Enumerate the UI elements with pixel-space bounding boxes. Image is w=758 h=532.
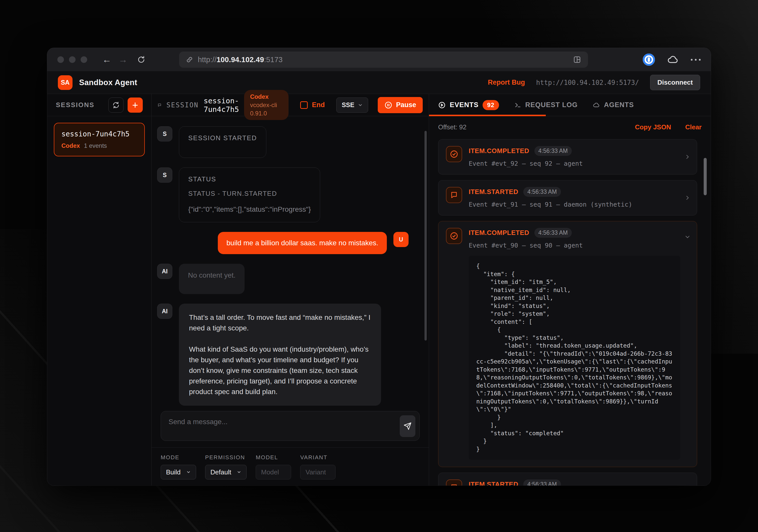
events-tabs: EVENTS 92 REQUEST LOG AGENTS [429, 94, 711, 116]
message-list[interactable]: S SESSION STARTED S STATUS STATUS - TURN… [152, 116, 429, 408]
pause-button[interactable]: Pause [378, 97, 423, 113]
transport-select[interactable]: SSE [336, 97, 368, 113]
chevron-down-icon [186, 470, 191, 474]
refresh-icon [112, 101, 120, 109]
events-panel: EVENTS 92 REQUEST LOG AGENTS [429, 94, 711, 485]
active-tab-indicator [429, 115, 546, 116]
app-title: Sandbox Agent [79, 78, 137, 87]
event-type: ITEM.COMPLETED [469, 229, 529, 237]
event-type: ITEM.COMPLETED [469, 147, 529, 155]
send-icon [403, 422, 412, 430]
session-controls: MODE Build PERMISSION Default [152, 448, 429, 485]
browser-menu-icon[interactable] [691, 59, 701, 61]
event-card[interactable]: ITEM.COMPLETED 4:56:33 AM Event #evt_92 … [438, 139, 697, 175]
mode-label: MODE [161, 454, 196, 461]
tab-agents[interactable]: AGENTS [593, 101, 634, 109]
session-list-item[interactable]: session-7un4c7h5 Codex 1 events [54, 123, 145, 156]
user-message: build me a billion dollar saas. make no … [157, 232, 409, 254]
new-session-button[interactable]: + [127, 97, 143, 113]
check-circle-icon [446, 146, 462, 162]
password-manager-icon[interactable] [643, 53, 655, 66]
reader-grid-icon[interactable] [573, 55, 581, 64]
chat-bubble-icon [446, 480, 462, 485]
clear-button[interactable]: Clear [685, 123, 702, 131]
ai-message: AI That’s a tall order. To move fast and… [157, 304, 409, 406]
tab-request-log[interactable]: REQUEST LOG [514, 101, 578, 109]
event-card-expanded[interactable]: ITEM.COMPLETED 4:56:33 AM Event #evt_90 … [438, 221, 697, 467]
browser-back-button[interactable]: ← [99, 55, 115, 64]
event-description: Event #evt_92 – seq 92 – agent [469, 160, 680, 167]
address-bar[interactable]: http://100.94.102.49:5173 [179, 51, 588, 68]
browser-reload-button[interactable] [134, 55, 149, 64]
server-url: http://100.94.102.49:5173/ [536, 79, 639, 86]
agent-version-badge: Codex vcodex-cli 0.91.0 [244, 90, 289, 120]
variant-input[interactable] [300, 465, 335, 480]
session-name: session-7un4c7h5 [61, 130, 137, 138]
mode-select[interactable]: Build [161, 465, 196, 480]
link-icon [186, 56, 193, 63]
event-type: ITEM.STARTED [469, 481, 518, 485]
tab-events[interactable]: EVENTS 92 [438, 100, 499, 110]
terminal-icon [514, 102, 521, 109]
ai-avatar: AI [157, 264, 172, 279]
event-time: 4:56:33 AM [534, 228, 572, 238]
ai-avatar: AI [157, 304, 172, 319]
event-card[interactable]: ITEM.STARTED 4:56:33 AM Event #evt_91 – … [438, 180, 697, 216]
events-scrollbar[interactable] [704, 158, 707, 195]
browser-extensions [643, 53, 701, 66]
message-composer [161, 411, 420, 441]
copy-json-button[interactable]: Copy JSON [635, 123, 671, 131]
maximize-window-button[interactable] [81, 56, 87, 63]
event-description: Event #evt_90 – seq 90 – agent [469, 242, 680, 249]
chevron-right-icon [684, 194, 691, 201]
ai-empty-bubble: No content yet. [179, 264, 245, 294]
status-message: S STATUS STATUS - TURN.STARTED {"id":"0"… [157, 167, 409, 222]
permission-label: PERMISSION [205, 454, 247, 461]
disconnect-button[interactable]: Disconnect [650, 75, 700, 90]
system-avatar: S [157, 167, 172, 183]
close-window-button[interactable] [57, 56, 64, 63]
play-circle-icon [438, 101, 446, 109]
event-time: 4:56:33 AM [523, 187, 561, 197]
chat-bubble-icon [158, 101, 161, 109]
events-list[interactable]: ITEM.COMPLETED 4:56:33 AM Event #evt_92 … [429, 135, 711, 485]
chat-scrollbar[interactable] [425, 131, 427, 341]
session-agent: Codex [61, 142, 80, 149]
user-avatar: U [394, 232, 409, 247]
event-time: 4:56:33 AM [534, 146, 572, 156]
session-events-count: 1 events [84, 142, 107, 149]
end-label: End [312, 101, 325, 109]
end-checkbox[interactable] [300, 101, 308, 109]
report-bug-link[interactable]: Report Bug [488, 79, 525, 86]
browser-forward-button[interactable]: → [115, 55, 131, 64]
message-input[interactable] [161, 411, 419, 441]
refresh-sessions-button[interactable] [108, 97, 123, 113]
offset-label: Offset: 92 [438, 123, 466, 131]
permission-select[interactable]: Default [205, 465, 247, 480]
chat-toolbar: SESSION session-7un4c7h5 Codex vcodex-cl… [152, 94, 429, 116]
session-started-bubble: SESSION STARTED [179, 126, 266, 158]
browser-chrome: ← → http://100.94.102.49:5173 [47, 48, 711, 71]
user-bubble: build me a billion dollar saas. make no … [218, 232, 387, 254]
cloud-icon[interactable] [667, 54, 679, 65]
minimize-window-button[interactable] [69, 56, 76, 63]
session-label: SESSION [166, 101, 199, 109]
model-label: MODEL [256, 454, 291, 461]
chevron-right-icon [684, 153, 691, 160]
event-payload-json: { "item": { "item_id": "itm_5", "native_… [469, 256, 680, 460]
pause-icon [384, 101, 393, 109]
session-id: session-7un4c7h5 [204, 96, 239, 114]
event-time: 4:56:33 AM [523, 480, 561, 485]
app-header: SA Sandbox Agent Report Bug http://100.9… [47, 71, 711, 94]
sessions-sidebar: SESSIONS + session-7un4c7h5 [47, 94, 152, 485]
chat-bubble-icon [446, 187, 462, 203]
app-logo: SA [58, 75, 73, 90]
browser-window: ← → http://100.94.102.49:5173 [47, 48, 711, 485]
event-card[interactable]: ITEM.STARTED 4:56:33 AM Event #evt_89 – … [438, 473, 697, 485]
send-button[interactable] [400, 415, 415, 437]
url-text: http://100.94.102.49:5173 [198, 55, 283, 64]
sessions-title: SESSIONS [56, 101, 94, 109]
chevron-down-icon [684, 234, 691, 240]
model-input[interactable] [256, 465, 291, 480]
status-bubble: STATUS STATUS - TURN.STARTED {"id":"0","… [179, 167, 320, 222]
